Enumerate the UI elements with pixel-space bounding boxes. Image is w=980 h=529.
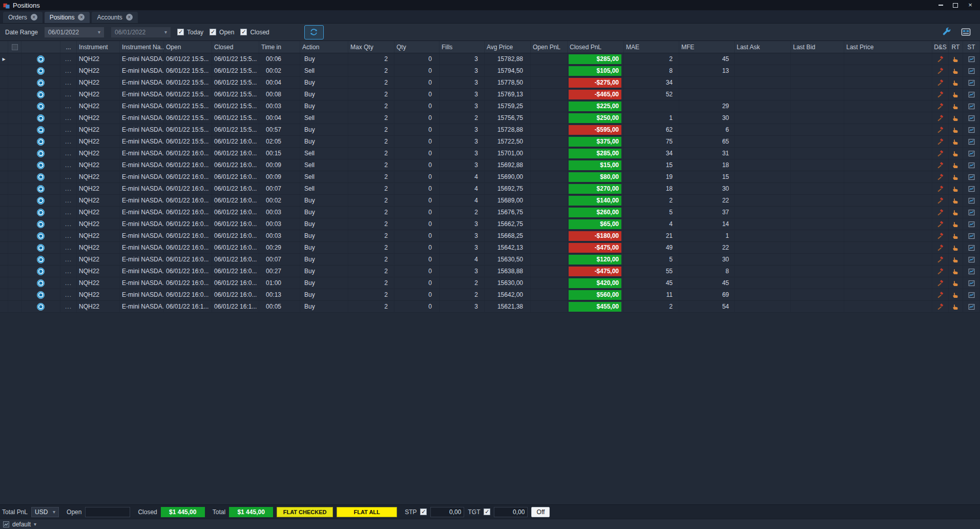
column-header-select-all[interactable] [8, 41, 22, 53]
row-menu-button[interactable]: ... [60, 65, 77, 76]
st-button[interactable] [963, 100, 980, 112]
row-menu-button[interactable]: ... [60, 230, 77, 241]
row-select-cell[interactable] [8, 53, 22, 65]
position-row[interactable]: ...NQH22E-mini NASDA...06/01/22 16:0...0… [0, 230, 980, 242]
position-target-icon[interactable] [37, 256, 45, 263]
row-menu-button[interactable]: ... [60, 171, 77, 182]
st-button[interactable] [963, 89, 980, 100]
rt-button[interactable] [949, 159, 963, 171]
row-menu-button[interactable]: ... [60, 242, 77, 253]
chevron-down-icon[interactable]: ▾ [34, 521, 36, 527]
row-target-cell[interactable] [22, 100, 60, 112]
row-menu-button[interactable]: ... [60, 159, 77, 171]
stp-checkbox[interactable]: ✓ [420, 508, 427, 515]
row-target-cell[interactable] [22, 148, 60, 159]
select-all-checkbox[interactable] [12, 44, 18, 50]
row-menu-button[interactable]: ... [60, 100, 77, 112]
row-target-cell[interactable] [22, 230, 60, 241]
column-header-mae[interactable]: MAE [624, 41, 679, 53]
position-row[interactable]: ...NQH22E-mini NASDA...06/01/22 16:1...0… [0, 301, 980, 313]
st-button[interactable] [963, 195, 980, 206]
st-button[interactable] [963, 53, 980, 65]
stp-input[interactable] [430, 507, 464, 517]
row-select-cell[interactable] [8, 77, 22, 88]
st-button[interactable] [963, 65, 980, 76]
column-header-closed-pnl[interactable]: Closed PnL [568, 41, 624, 53]
position-target-icon[interactable] [37, 220, 45, 228]
row-select-cell[interactable] [8, 183, 22, 194]
position-row[interactable]: ...NQH22E-mini NASDA...06/01/22 16:0...0… [0, 254, 980, 266]
rt-button[interactable] [949, 277, 963, 289]
currency-select[interactable]: USD ▾ [31, 507, 59, 517]
dom-button[interactable] [932, 100, 949, 112]
row-target-cell[interactable] [22, 218, 60, 230]
column-header-open[interactable]: Open [164, 41, 212, 53]
rt-button[interactable] [949, 254, 963, 265]
position-row[interactable]: ...NQH22E-mini NASDA...06/01/22 16:0...0… [0, 207, 980, 218]
position-row[interactable]: ...NQH22E-mini NASDA...06/01/22 15:5...0… [0, 112, 980, 124]
row-select-cell[interactable] [8, 159, 22, 171]
tab-accounts[interactable]: Accounts × [92, 12, 137, 23]
rt-button[interactable] [949, 230, 963, 241]
row-select-cell[interactable] [8, 266, 22, 277]
st-button[interactable] [963, 207, 980, 218]
row-target-cell[interactable] [22, 77, 60, 88]
position-target-icon[interactable] [37, 161, 45, 169]
column-header-rt[interactable]: RT [949, 41, 963, 53]
rt-button[interactable] [949, 195, 963, 206]
row-target-cell[interactable] [22, 53, 60, 65]
column-header-qty[interactable]: Qty [394, 41, 440, 53]
row-menu-button[interactable]: ... [60, 77, 77, 88]
row-select-cell[interactable] [8, 112, 22, 124]
st-button[interactable] [963, 171, 980, 182]
dom-button[interactable] [932, 124, 949, 135]
row-target-cell[interactable] [22, 301, 60, 312]
row-target-cell[interactable] [22, 254, 60, 265]
tab-close-icon[interactable]: × [31, 14, 37, 21]
row-menu-button[interactable]: ... [60, 183, 77, 194]
rt-button[interactable] [949, 136, 963, 147]
row-select-cell[interactable] [8, 195, 22, 206]
rt-button[interactable] [949, 148, 963, 159]
dom-button[interactable] [932, 277, 949, 289]
maximize-button[interactable] [952, 2, 959, 9]
tab-positions[interactable]: Positions × [45, 12, 90, 23]
rt-button[interactable] [949, 242, 963, 253]
column-header-mfe[interactable]: MFE [679, 41, 735, 53]
dom-button[interactable] [932, 159, 949, 171]
column-header-max-qty[interactable]: Max Qty [348, 41, 394, 53]
position-target-icon[interactable] [37, 103, 45, 110]
position-target-icon[interactable] [37, 55, 45, 63]
st-button[interactable] [963, 136, 980, 147]
open-pnl-input[interactable] [85, 507, 130, 517]
row-select-cell[interactable] [8, 124, 22, 135]
st-button[interactable] [963, 77, 980, 88]
rt-button[interactable] [949, 171, 963, 182]
dom-button[interactable] [932, 136, 949, 147]
row-select-cell[interactable] [8, 254, 22, 265]
rt-button[interactable] [949, 77, 963, 88]
row-target-cell[interactable] [22, 124, 60, 135]
st-button[interactable] [963, 218, 980, 230]
tgt-checkbox[interactable]: ✓ [484, 508, 490, 515]
row-menu-button[interactable]: ... [60, 207, 77, 218]
column-header-icon[interactable] [22, 41, 60, 53]
layout-button[interactable] [961, 27, 971, 37]
rt-button[interactable] [949, 289, 963, 300]
st-button[interactable] [963, 230, 980, 241]
position-row[interactable]: ...NQH22E-mini NASDA...06/01/22 16:0...0… [0, 159, 980, 171]
st-button[interactable] [963, 301, 980, 312]
position-target-icon[interactable] [37, 173, 45, 181]
rt-button[interactable] [949, 100, 963, 112]
row-target-cell[interactable] [22, 65, 60, 76]
row-menu-button[interactable]: ... [60, 195, 77, 206]
column-header-closed[interactable]: Closed [212, 41, 259, 53]
rt-button[interactable] [949, 183, 963, 194]
row-menu-button[interactable]: ... [60, 148, 77, 159]
rt-button[interactable] [949, 89, 963, 100]
row-select-cell[interactable] [8, 171, 22, 182]
row-target-cell[interactable] [22, 89, 60, 100]
position-target-icon[interactable] [37, 209, 45, 216]
off-button[interactable]: Off [531, 507, 550, 517]
row-target-cell[interactable] [22, 136, 60, 147]
